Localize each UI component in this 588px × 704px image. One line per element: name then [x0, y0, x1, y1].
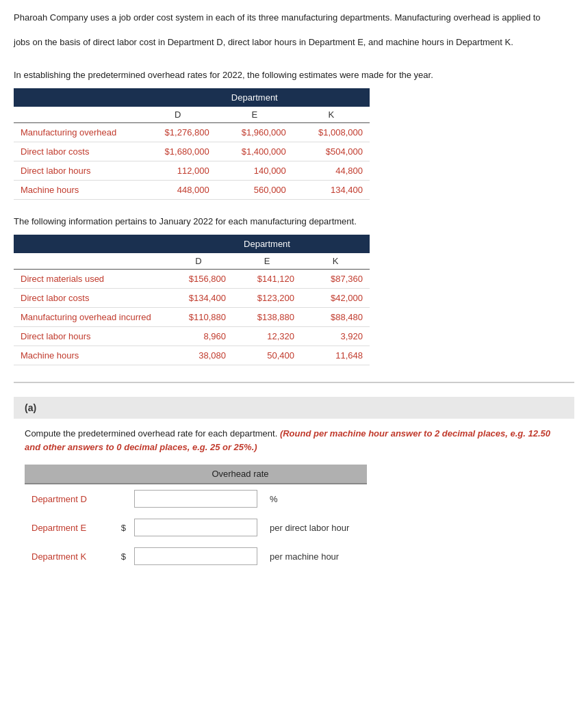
table1-d-2: 112,000: [140, 161, 216, 181]
currency-label-2: $: [114, 542, 127, 571]
table2-d-2: $110,880: [164, 308, 233, 327]
section-divider: [14, 382, 574, 383]
table2-k-2: $88,480: [301, 308, 370, 327]
table1-row: Direct labor costs $1,680,000 $1,400,000…: [14, 142, 370, 161]
table2-d-0: $156,800: [164, 270, 233, 289]
overhead-table-wrapper: Overhead rate Department D % Department …: [14, 465, 574, 571]
overhead-input-cell-0[interactable]: [127, 484, 264, 513]
overhead-header: Overhead rate: [114, 465, 367, 484]
overhead-unit-1: per direct labor hour: [264, 513, 367, 542]
table2-e-3: 12,320: [233, 327, 301, 346]
table2-k-3: 3,920: [301, 327, 370, 346]
table1-row: Machine hours 448,000 560,000 134,400: [14, 181, 370, 200]
table2-d-3: 8,960: [164, 327, 233, 346]
table2-label-0: Direct materials used: [14, 270, 164, 289]
table2-e-1: $123,200: [233, 289, 301, 308]
table2-row: Manufacturing overhead incurred $110,880…: [14, 308, 370, 327]
overhead-dept-label-0: Department D: [25, 484, 114, 513]
intro-line2: jobs on the basis of direct labor cost i…: [14, 36, 574, 49]
table2-dept-header: Department: [164, 235, 370, 253]
table1-label-2: Direct labor hours: [14, 161, 140, 181]
compute-instruction: Compute the predetermined overhead rate …: [14, 427, 574, 454]
table1-row: Direct labor hours 112,000 140,000 44,80…: [14, 161, 370, 181]
table1: Department D E K Manufacturing overhead …: [14, 88, 574, 200]
table1-label-1: Direct labor costs: [14, 142, 140, 161]
overhead-row: Department K $ per machine hour: [25, 542, 367, 571]
section-text: The following information pertains to Ja…: [14, 216, 574, 226]
overhead-unit-2: per machine hour: [264, 542, 367, 571]
overhead-input-2[interactable]: [134, 547, 257, 565]
currency-label-1: $: [114, 513, 127, 542]
table1-dept-header: Department: [140, 88, 370, 107]
overhead-input-cell-1[interactable]: [127, 513, 264, 542]
table2-col-e: E: [233, 253, 301, 270]
table2-e-2: $138,880: [233, 308, 301, 327]
table2-row: Direct labor costs $134,400 $123,200 $42…: [14, 289, 370, 308]
table1-d-1: $1,680,000: [140, 142, 216, 161]
table1-label-3: Machine hours: [14, 181, 140, 200]
overhead-input-cell-2[interactable]: [127, 542, 264, 571]
table2-k-1: $42,000: [301, 289, 370, 308]
table2-col-d: D: [164, 253, 233, 270]
table1-col-d: D: [140, 107, 216, 123]
intro-line1: Pharoah Company uses a job order cost sy…: [14, 11, 574, 25]
table1-k-0: $1,008,000: [293, 123, 370, 142]
table1-d-0: $1,276,800: [140, 123, 216, 142]
overhead-row: Department E $ per direct labor hour: [25, 513, 367, 542]
table2-col-k: K: [301, 253, 370, 270]
table2-row: Machine hours 38,080 50,400 11,648: [14, 346, 370, 365]
overhead-dept-label-2: Department K: [25, 542, 114, 571]
overhead-dept-label-1: Department E: [25, 513, 114, 542]
table2-label-1: Direct labor costs: [14, 289, 164, 308]
table2-label-2: Manufacturing overhead incurred: [14, 308, 164, 327]
table1-row: Manufacturing overhead $1,276,800 $1,960…: [14, 123, 370, 142]
table1-e-0: $1,960,000: [216, 123, 293, 142]
compute-normal-text: Compute the predetermined overhead rate …: [25, 428, 280, 439]
table2-d-1: $134,400: [164, 289, 233, 308]
table2-row: Direct materials used $156,800 $141,120 …: [14, 270, 370, 289]
table1-k-3: 134,400: [293, 181, 370, 200]
table2-k-4: 11,648: [301, 346, 370, 365]
table2-k-0: $87,360: [301, 270, 370, 289]
table2-label-4: Machine hours: [14, 346, 164, 365]
table1-col-e: E: [216, 107, 293, 123]
table2-e-4: 50,400: [233, 346, 301, 365]
table1-k-2: 44,800: [293, 161, 370, 181]
table2: Department D E K Direct materials used $…: [14, 235, 574, 365]
overhead-unit-0: %: [264, 484, 367, 513]
overhead-input-1[interactable]: [134, 519, 257, 536]
overhead-input-0[interactable]: [134, 490, 257, 508]
table1-d-3: 448,000: [140, 181, 216, 200]
table2-e-0: $141,120: [233, 270, 301, 289]
table1-k-1: $504,000: [293, 142, 370, 161]
table2-label-3: Direct labor hours: [14, 327, 164, 346]
table1-label-0: Manufacturing overhead: [14, 123, 140, 142]
table1-e-2: 140,000: [216, 161, 293, 181]
table1-col-k: K: [293, 107, 370, 123]
overhead-row: Department D %: [25, 484, 367, 513]
table2-d-4: 38,080: [164, 346, 233, 365]
table1-e-1: $1,400,000: [216, 142, 293, 161]
table1-e-3: 560,000: [216, 181, 293, 200]
section-a-label: (a): [25, 402, 36, 413]
intro-line3: In establishing the predetermined overhe…: [14, 70, 574, 80]
currency-label-0: [114, 484, 127, 513]
section-a-header: (a): [14, 397, 574, 419]
table2-row: Direct labor hours 8,960 12,320 3,920: [14, 327, 370, 346]
